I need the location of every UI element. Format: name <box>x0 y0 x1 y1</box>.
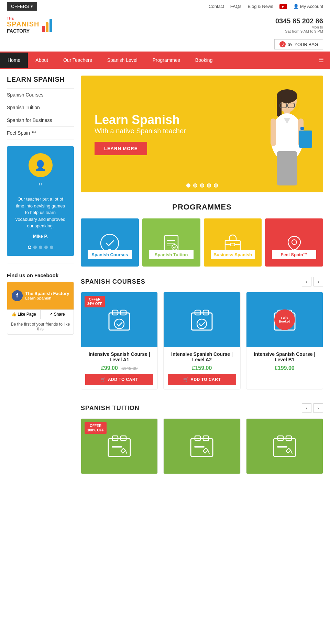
top-bar-right: Contact FAQs Blog & News ▶ 👤 My Account <box>209 4 323 9</box>
hero-text: Learn Spanish With a native Spanish teac… <box>95 113 186 155</box>
youtube-icon[interactable]: ▶ <box>279 4 287 9</box>
svg-rect-52 <box>277 446 287 448</box>
sidebar-item-tuition[interactable]: Spanish Tuition <box>7 101 74 114</box>
sidebar-item-courses[interactable]: Spanish Courses <box>7 89 74 101</box>
svg-point-30 <box>114 319 124 329</box>
tuition-icon-2 <box>185 429 219 463</box>
course-info-a1: Intensive Spanish Course | Level A1 £99.… <box>81 347 157 389</box>
tuition-image-2 <box>164 419 240 474</box>
header: THE SPANISH FACTORY 0345 85 202 86 Mon t… <box>0 13 330 37</box>
testimonial-dot-5[interactable] <box>50 246 53 249</box>
programme-label-tuition: Spanish Tuition <box>149 250 194 259</box>
programme-card-business[interactable]: Business Spanish <box>204 218 262 267</box>
programme-card-feel-spain[interactable]: Feel Spain™ <box>265 218 323 267</box>
svg-rect-27 <box>109 313 130 330</box>
fb-icon: f <box>12 290 23 301</box>
slider-dot-1[interactable] <box>186 183 190 188</box>
course-info-a2: Intensive Spanish Course | Level A2 £159… <box>164 347 240 389</box>
spanish-tuition-section: SPANISH TUITION ‹ › OFFER 100% OFF <box>81 403 323 474</box>
course-add-cart-a1[interactable]: 🛒 ADD TO CART <box>85 374 153 385</box>
tuition-nav-arrows: ‹ › <box>302 403 323 413</box>
tuition-badge-1: OFFER 100% OFF <box>85 422 107 434</box>
sidebar-divider <box>7 263 74 263</box>
slider-dot-5[interactable] <box>214 183 218 188</box>
programmes-grid: Spanish Courses Spanish Tuition <box>81 218 323 267</box>
hero-subtitle: With a native Spanish teacher <box>95 127 186 135</box>
bag-count: 0 <box>279 41 286 47</box>
sidebar: LEARN SPANISH Spanish Courses Spanish Tu… <box>7 76 74 474</box>
hero-title: Learn Spanish <box>95 113 186 127</box>
slider-dot-4[interactable] <box>207 183 211 188</box>
fb-friends-text: Be the first of your friends to like thi… <box>7 319 74 334</box>
learn-spanish-title: LEARN SPANISH <box>7 76 74 83</box>
sidebar-item-feel-spain[interactable]: Feel Spain ™ <box>7 127 74 139</box>
my-account-link[interactable]: 👤 My Account <box>293 4 323 9</box>
cart-icon-2: 🛒 <box>183 377 189 382</box>
programme-card-courses[interactable]: Spanish Courses <box>81 218 139 267</box>
course-add-cart-a2[interactable]: 🛒 ADD TO CART <box>168 374 236 385</box>
sidebar-item-business[interactable]: Spanish for Business <box>7 114 74 127</box>
course-card-b1[interactable]: Fully Booked Intensive Spanish Course <box>246 292 323 389</box>
tuition-next-arrow[interactable]: › <box>314 403 323 413</box>
tuition-card-2[interactable] <box>163 418 240 474</box>
tuition-prev-arrow[interactable]: ‹ <box>302 403 311 413</box>
course-price-b1: £199.00 <box>251 365 319 371</box>
courses-next-arrow[interactable]: › <box>314 277 323 286</box>
fb-share-button[interactable]: ↗ Share <box>41 310 74 319</box>
nav-item-teachers[interactable]: Our Teachers <box>56 53 100 68</box>
course-info-b1: Intensive Spanish Course | Level B1 £199… <box>246 347 323 378</box>
header-right: 0345 85 202 86 Mon to Sat from 9 AM to 9… <box>275 17 323 33</box>
svg-rect-31 <box>191 313 212 330</box>
facebook-box: f The Spanish Factory Learn Spanish 👍 Li… <box>7 282 74 335</box>
hamburger-icon[interactable]: ☰ <box>312 52 330 69</box>
course-name-a1: Intensive Spanish Course | Level A1 <box>85 351 153 362</box>
spanish-courses-section: SPANISH COURSES ‹ › OFFER 34% OFF <box>81 277 323 389</box>
nav-item-home[interactable]: Home <box>0 53 28 68</box>
tuition-image-3 <box>246 419 323 474</box>
hero-slider: Learn Spanish With a native Spanish teac… <box>81 76 323 192</box>
nav-item-about[interactable]: About <box>28 53 56 68</box>
testimonial-dot-3[interactable] <box>39 246 42 249</box>
testimonial-author: Mike P. <box>33 234 48 239</box>
phone-number: 0345 85 202 86 <box>275 17 323 25</box>
course-image-a2 <box>164 292 240 347</box>
testimonial-dot-4[interactable] <box>44 246 48 249</box>
facebook-preview-inner: f The Spanish Factory Learn Spanish <box>12 290 69 301</box>
tuition-card-3[interactable] <box>246 418 323 474</box>
blog-news-link[interactable]: Blog & News <box>248 4 273 9</box>
programme-card-tuition[interactable]: Spanish Tuition <box>142 218 200 267</box>
fb-sub: Learn Spanish <box>25 296 69 300</box>
svg-point-34 <box>197 319 207 329</box>
main-nav: Home About Our Teachers Spanish Level Pr… <box>0 52 330 69</box>
course-card-a1[interactable]: OFFER 34% OFF Intensive Spanish Course <box>81 292 158 389</box>
course-card-a2[interactable]: Intensive Spanish Course | Level A2 £159… <box>163 292 240 389</box>
bag-button[interactable]: 0 🛍 YOUR BAG <box>274 39 323 49</box>
programme-label-courses: Spanish Courses <box>88 250 132 259</box>
svg-rect-24 <box>231 243 235 246</box>
hero-cta-button[interactable]: LEARN MORE <box>95 142 147 155</box>
logo-the: THE <box>7 16 39 20</box>
testimonial-dot-2[interactable] <box>33 246 37 249</box>
offers-button[interactable]: OFFERS ▾ <box>7 2 37 11</box>
svg-rect-10 <box>299 131 312 148</box>
logo-factory: FACTORY <box>7 28 39 34</box>
faqs-link[interactable]: FAQs <box>230 4 242 9</box>
offers-label: OFFERS <box>11 4 29 9</box>
testimonial-dot-1[interactable] <box>28 246 31 249</box>
hours-line1: Mon to <box>275 25 323 29</box>
programme-label-business: Business Spanish <box>211 250 255 259</box>
slider-dot-3[interactable] <box>200 183 204 188</box>
courses-prev-arrow[interactable]: ‹ <box>302 277 311 286</box>
contact-link[interactable]: Contact <box>209 4 224 9</box>
fb-like-button[interactable]: 👍 Like Page <box>7 310 41 319</box>
tuition-card-1[interactable]: OFFER 100% OFF <box>81 418 158 474</box>
spanish-tuition-title: SPANISH TUITION <box>81 405 140 412</box>
nav-item-spanish-level[interactable]: Spanish Level <box>100 53 145 68</box>
nav-item-programmes[interactable]: Programmes <box>145 53 188 68</box>
top-bar-left: OFFERS ▾ <box>7 2 37 11</box>
nav-item-booking[interactable]: Booking <box>188 53 220 68</box>
slider-dot-2[interactable] <box>193 183 197 188</box>
logo-bar-1 <box>42 26 45 32</box>
logo[interactable]: THE SPANISH FACTORY <box>7 16 52 34</box>
tuition-header: SPANISH TUITION ‹ › <box>81 403 323 413</box>
